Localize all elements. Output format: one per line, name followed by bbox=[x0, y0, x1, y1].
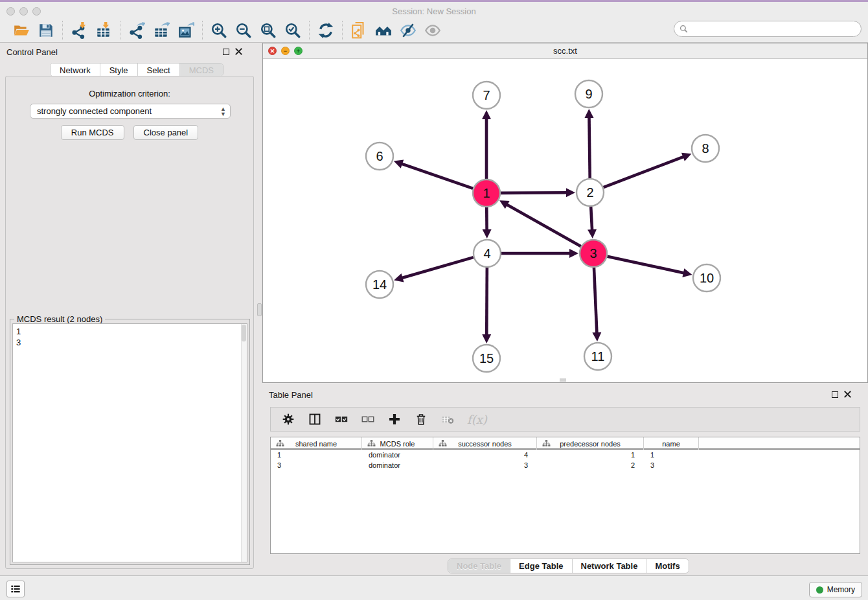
import-table-icon[interactable] bbox=[94, 21, 113, 40]
cell[interactable]: 1 bbox=[644, 450, 699, 460]
cell[interactable]: 1 bbox=[537, 450, 644, 460]
zoom-in-icon[interactable] bbox=[209, 21, 229, 40]
edge-1-6[interactable] bbox=[400, 163, 473, 189]
svg-text:15: 15 bbox=[479, 351, 494, 365]
arrowhead-2-9 bbox=[584, 109, 593, 118]
mcds-result-area[interactable]: 1 3 bbox=[12, 323, 247, 562]
close-panel-button[interactable]: Close panel bbox=[133, 125, 199, 140]
import-network-icon[interactable] bbox=[69, 21, 89, 40]
houses-icon[interactable] bbox=[374, 21, 393, 40]
export-image-icon[interactable] bbox=[176, 21, 196, 40]
export-network-icon[interactable] bbox=[127, 21, 146, 40]
table-row[interactable]: 1dominator411 bbox=[271, 450, 860, 460]
network-bottom-grip[interactable] bbox=[560, 378, 566, 382]
arrowhead-4-3 bbox=[569, 249, 578, 258]
run-mcds-button[interactable]: Run MCDS bbox=[61, 125, 124, 140]
column-header-shared-name[interactable]: shared name bbox=[271, 437, 362, 450]
float-panel-icon[interactable] bbox=[223, 49, 229, 55]
criterion-select[interactable]: strongly connected component ▲▼ bbox=[30, 104, 231, 119]
arrowhead-4-14 bbox=[394, 273, 404, 282]
column-header-predecessor-nodes[interactable]: predecessor nodes bbox=[537, 437, 644, 450]
node-8[interactable]: 8 bbox=[692, 135, 719, 162]
mcds-result-title: MCDS result (2 nodes) bbox=[14, 314, 105, 324]
zoom-out-icon[interactable] bbox=[234, 21, 253, 40]
tab-select[interactable]: Select bbox=[138, 63, 180, 76]
network-graph[interactable]: 7968124314101511 bbox=[263, 59, 867, 382]
cell[interactable]: 3 bbox=[644, 460, 699, 470]
search-input[interactable] bbox=[688, 23, 861, 35]
result-scrollbar[interactable] bbox=[241, 324, 247, 562]
zoom-selected-icon[interactable] bbox=[283, 21, 303, 40]
edge-4-15[interactable] bbox=[486, 268, 487, 336]
column-header-successor-nodes[interactable]: successor nodes bbox=[433, 437, 537, 450]
zoom-fit-icon[interactable] bbox=[258, 21, 278, 40]
edge-4-14[interactable] bbox=[401, 257, 474, 278]
edge-2-9[interactable] bbox=[589, 116, 589, 178]
node-2[interactable]: 2 bbox=[577, 179, 604, 206]
column-header-MCDS-role[interactable]: MCDS role bbox=[362, 437, 433, 450]
svg-text:2: 2 bbox=[586, 185, 593, 200]
tab-mcds[interactable]: MCDS bbox=[180, 63, 223, 76]
svg-text:8: 8 bbox=[702, 141, 709, 156]
function-builder-icon: f(x) bbox=[467, 413, 487, 426]
cell[interactable]: 3 bbox=[271, 460, 362, 470]
node-15[interactable]: 15 bbox=[473, 345, 500, 372]
column-header-name[interactable]: name bbox=[644, 437, 699, 450]
edge-3-11[interactable] bbox=[594, 268, 597, 334]
table-float-icon[interactable] bbox=[832, 391, 838, 398]
cell[interactable]: 3 bbox=[433, 460, 537, 470]
cell[interactable]: 4 bbox=[433, 450, 537, 460]
tab-edge-table[interactable]: Edge Table bbox=[510, 559, 572, 573]
edge-2-8[interactable] bbox=[604, 156, 685, 187]
cell[interactable]: dominator bbox=[362, 460, 433, 470]
node-4[interactable]: 4 bbox=[474, 240, 501, 267]
export-table-icon[interactable] bbox=[152, 21, 171, 40]
cell[interactable]: 2 bbox=[537, 460, 644, 470]
add-column-icon[interactable] bbox=[387, 412, 402, 426]
node-6[interactable]: 6 bbox=[366, 143, 393, 170]
node-1[interactable]: 1 bbox=[473, 179, 500, 207]
tab-node-table[interactable]: Node Table bbox=[448, 559, 510, 573]
search-icon bbox=[680, 25, 688, 33]
node-7[interactable]: 7 bbox=[473, 82, 500, 109]
edge-3-1[interactable] bbox=[506, 204, 581, 247]
memory-button[interactable]: Memory bbox=[809, 582, 862, 597]
tab-motifs[interactable]: Motifs bbox=[646, 559, 688, 573]
network-window-titlebar[interactable]: ✕ − + scc.txt bbox=[263, 43, 867, 59]
select-all-checkboxes-icon[interactable] bbox=[334, 412, 348, 426]
eye-slash-icon[interactable] bbox=[398, 21, 418, 40]
close-panel-icon[interactable] bbox=[235, 48, 242, 55]
folder-open-icon[interactable] bbox=[12, 21, 31, 40]
trash-icon[interactable] bbox=[414, 412, 428, 426]
save-icon[interactable] bbox=[36, 21, 56, 40]
search-field[interactable] bbox=[674, 21, 862, 37]
refresh-layout-icon[interactable] bbox=[316, 21, 336, 40]
task-history-button[interactable] bbox=[6, 581, 25, 597]
node-9[interactable]: 9 bbox=[575, 80, 602, 108]
gear-icon[interactable] bbox=[281, 412, 295, 426]
node-10[interactable]: 10 bbox=[693, 264, 720, 292]
cell[interactable]: 1 bbox=[271, 450, 362, 460]
node-3[interactable]: 3 bbox=[580, 240, 607, 267]
tab-network[interactable]: Network bbox=[51, 63, 100, 76]
deselect-all-checkboxes-icon[interactable] bbox=[361, 412, 375, 426]
arrowhead-3-11 bbox=[592, 332, 601, 341]
edge-2-3[interactable] bbox=[591, 207, 592, 231]
columns-icon[interactable] bbox=[308, 412, 322, 426]
edge-3-10[interactable] bbox=[607, 257, 685, 273]
arrowhead-1-7 bbox=[482, 110, 491, 119]
edge-1-2[interactable] bbox=[501, 192, 568, 193]
svg-text:6: 6 bbox=[376, 149, 383, 163]
table-close-icon[interactable] bbox=[844, 391, 851, 398]
tab-style[interactable]: Style bbox=[100, 63, 138, 76]
svg-text:3: 3 bbox=[589, 246, 597, 260]
panel-splitter-grip[interactable] bbox=[257, 303, 262, 316]
select-stepper-icon: ▲▼ bbox=[220, 106, 226, 117]
cell[interactable]: dominator bbox=[362, 450, 433, 460]
table-row[interactable]: 3dominator323 bbox=[271, 460, 860, 470]
node-11[interactable]: 11 bbox=[584, 343, 611, 370]
clone-document-icon[interactable] bbox=[349, 21, 369, 40]
tab-network-table[interactable]: Network Table bbox=[573, 559, 647, 573]
svg-text:14: 14 bbox=[372, 277, 387, 292]
node-14[interactable]: 14 bbox=[366, 271, 393, 298]
